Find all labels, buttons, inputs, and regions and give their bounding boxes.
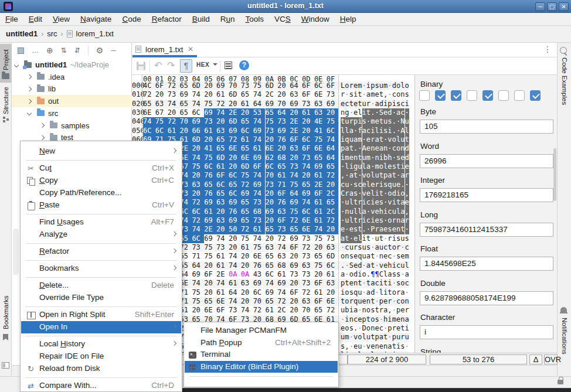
menu-build[interactable]: Build: [187, 15, 215, 23]
menu-item-terminal[interactable]: Terminal: [185, 349, 338, 361]
menu-item-copy-path-reference[interactable]: Copy Path/Reference...: [21, 187, 181, 199]
bit-checkbox-7[interactable]: [530, 90, 541, 101]
locate-icon[interactable]: ⊕: [46, 46, 53, 55]
hex-row[interactable]: 02065e63c74t65e74t75u72r20·61a64d69i70p6…: [132, 100, 409, 108]
panel-settings-gear-icon[interactable]: ⚙: [96, 46, 104, 55]
menu-item-paste[interactable]: PasteCtrl+V: [21, 199, 181, 212]
menu-edit[interactable]: Edit: [23, 15, 47, 23]
lock-icon[interactable]: [558, 380, 563, 384]
save-icon[interactable]: [137, 62, 145, 70]
menu-tools[interactable]: Tools: [240, 15, 270, 23]
cursor-position-box[interactable]: 224 of 2 900: [348, 354, 426, 364]
breadcrumb-file[interactable]: lorem_1.txt: [76, 29, 114, 38]
chevron-collapsed-icon[interactable]: [27, 87, 32, 91]
structure-tab-label[interactable]: Structure: [2, 87, 9, 114]
close-tab-icon[interactable]: ✕: [188, 45, 193, 53]
tab-overflow-icon[interactable]: ⋮: [543, 45, 552, 54]
project-view-icon[interactable]: [18, 47, 24, 54]
delta-box[interactable]: Δ: [529, 354, 542, 364]
show-unprintables-toggle[interactable]: ¶: [180, 59, 192, 73]
code-examples-tab-label[interactable]: Code Examples: [561, 57, 568, 105]
menu-item-delete[interactable]: Delete...Delete: [21, 279, 181, 292]
menu-code[interactable]: Code: [117, 15, 146, 23]
values-scrollbar[interactable]: [553, 148, 556, 201]
hide-panel-icon[interactable]: ─: [111, 46, 116, 54]
menu-item-refactor[interactable]: Refactor: [21, 246, 181, 258]
chevron-collapsed-icon[interactable]: [27, 98, 32, 103]
overwrite-mode-box[interactable]: OVR: [544, 354, 558, 364]
menu-vcs[interactable]: VCS: [269, 15, 296, 23]
hex-row[interactable]: 01072r20·73s69i74t20·61a6Dm65e74t2C,20·6…: [132, 90, 409, 99]
bit-checkbox-3[interactable]: [467, 90, 477, 101]
tree-item-out[interactable]: out: [12, 95, 132, 107]
tree-item--idea[interactable]: .idea: [12, 71, 132, 83]
menu-item-compare-with[interactable]: ⇄Compare With...Ctrl+D: [21, 380, 181, 392]
breadcrumb-project[interactable]: untitled1: [6, 29, 38, 38]
menu-item-find-usages[interactable]: Find UsagesAlt+F7: [21, 216, 181, 229]
menu-refactor[interactable]: Refactor: [147, 15, 187, 23]
menu-item-analyze[interactable]: Analyze: [21, 229, 181, 241]
menu-help[interactable]: Help: [335, 15, 362, 23]
help-icon[interactable]: ?: [239, 60, 249, 70]
selection-range-box[interactable]: 53 to 276: [430, 354, 527, 364]
menu-view[interactable]: View: [47, 15, 75, 23]
code-type-dropdown[interactable]: HEX: [196, 62, 217, 68]
menu-item-path-popup[interactable]: Path PopupCtrl+Alt+Shift+2: [185, 337, 338, 349]
menu-item-open-in-right-split[interactable]: Open in Right SplitShift+Enter: [21, 309, 181, 321]
breadcrumb-src[interactable]: src: [47, 29, 57, 38]
double-field[interactable]: 9.628789688058174E199: [420, 291, 553, 305]
chevron-collapsed-icon[interactable]: [40, 123, 45, 128]
menu-item-cut[interactable]: ✂CutCtrl+X: [21, 162, 181, 175]
long-field[interactable]: 7598734160112415337: [420, 223, 553, 237]
bit-checkbox-2[interactable]: [451, 90, 461, 101]
chevron-collapsed-icon[interactable]: [27, 74, 32, 79]
tree-item-lib[interactable]: lib: [12, 83, 132, 95]
menu-item-new[interactable]: New: [21, 145, 181, 158]
bit-checkbox-0[interactable]: [419, 90, 430, 101]
bit-checkbox-1[interactable]: [435, 90, 446, 101]
maximize-button[interactable]: ▢: [547, 2, 557, 11]
integer-field[interactable]: 1769218165: [420, 188, 553, 202]
more-icon[interactable]: …: [32, 46, 39, 54]
undo-icon[interactable]: ↶: [154, 60, 162, 71]
menu-item-binary-editor-bined-plugin[interactable]: 010 110Binary Editor (BinEd Plugin): [185, 361, 338, 373]
menu-item-local-history[interactable]: Local History: [21, 338, 181, 350]
menu-navigate[interactable]: Navigate: [75, 15, 117, 23]
menu-item-reload-from-disk[interactable]: ↻Reload from Disk: [21, 363, 181, 375]
tree-item-untitled1[interactable]: untitled1~/IdeaProje: [12, 59, 132, 71]
chevron-expanded-icon[interactable]: [27, 111, 32, 115]
bookmarks-tab-label[interactable]: Bookmarks: [2, 295, 9, 329]
menu-run[interactable]: Run: [215, 15, 240, 23]
hex-row[interactable]: 0306En67g20·65e6Cl69i74t2E.20·53S65e64d2…: [132, 108, 409, 117]
float-field[interactable]: 1.8445698E25: [420, 257, 553, 271]
menu-window[interactable]: Window: [296, 15, 335, 23]
menu-file[interactable]: File: [0, 15, 23, 23]
tab-lorem-1-txt[interactable]: lorem_1.txt ✕: [132, 43, 197, 57]
bit-checkbox-5[interactable]: [498, 90, 509, 101]
menu-item-repair-ide-on-file[interactable]: Repair IDE on File: [21, 350, 181, 363]
tree-item-samples[interactable]: samples: [12, 120, 132, 132]
character-field[interactable]: i: [420, 325, 553, 339]
redo-icon[interactable]: ↷: [167, 60, 175, 71]
project-scrollbar[interactable]: [13, 229, 19, 275]
menu-item-copy[interactable]: CopyCtrl+C: [21, 175, 181, 187]
minimize-button[interactable]: ─: [535, 2, 545, 11]
bit-checkbox-4[interactable]: [482, 90, 493, 101]
hex-row[interactable]: 04074t75u72r70p69i73s20·6Dm65e74t75u73s2…: [132, 117, 409, 126]
menu-item-open-in[interactable]: Open In: [21, 321, 181, 333]
chevron-collapsed-icon[interactable]: [40, 135, 45, 139]
expand-all-icon[interactable]: ⇅: [61, 46, 67, 54]
chevron-expanded-icon[interactable]: [14, 62, 19, 67]
menu-item-file-manager-pcmanfm[interactable]: File Manager PCManFM: [185, 325, 338, 337]
hex-row[interactable]: 0004CL6Fo72r65e6Dm20·69i70p73s75u6Dm20·6…: [132, 81, 409, 90]
notifications-tab-label[interactable]: Notifications: [561, 318, 568, 354]
bit-checkbox-6[interactable]: [514, 90, 525, 101]
hex-row[interactable]: 0506Cl6Cl61a20·66f61a63c69i6Cl69i73s69i2…: [132, 127, 409, 135]
tool-window-switcher-icon[interactable]: [2, 362, 9, 369]
byte-field[interactable]: 105: [420, 120, 553, 134]
close-button[interactable]: ✕: [559, 2, 569, 11]
values-panel-toggle-icon[interactable]: [225, 62, 232, 69]
menu-item-bookmarks[interactable]: Bookmarks: [21, 263, 181, 275]
collapse-all-icon[interactable]: ⇵: [74, 46, 80, 54]
word-field[interactable]: 26996: [420, 154, 553, 168]
